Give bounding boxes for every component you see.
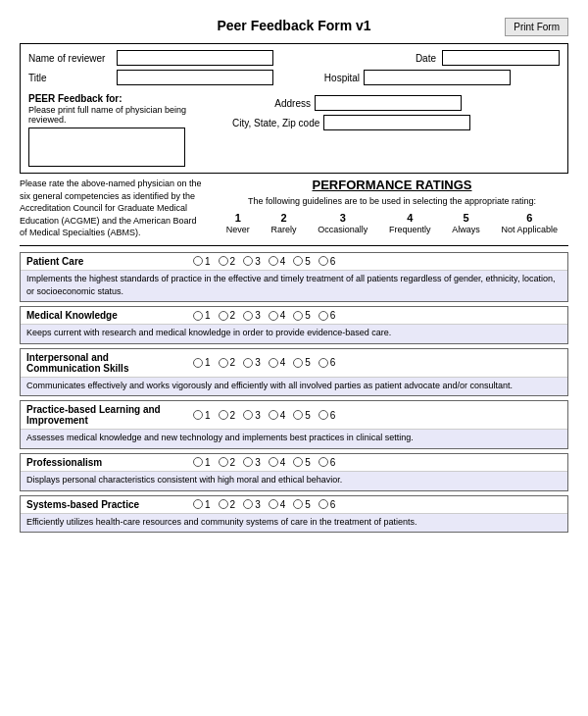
- date-input[interactable]: [442, 50, 560, 66]
- radio-item-2-2[interactable]: 3: [243, 357, 261, 368]
- ratings-scale: 1Never2Rarely3Occasionally4Frequently5Al…: [216, 212, 568, 234]
- radio-circle-5-0: [193, 499, 203, 509]
- radio-label-5-0: 1: [205, 499, 211, 510]
- scale-label-1: Never: [226, 225, 250, 234]
- reviewer-label: Name of reviewer: [28, 53, 117, 64]
- radio-item-2-3[interactable]: 4: [269, 357, 286, 368]
- peer-input[interactable]: [28, 128, 185, 167]
- radio-circle-1-3: [269, 311, 278, 321]
- page-container: Peer Feedback Form v1 Print Form Name of…: [20, 18, 568, 533]
- radio-circle-0-0: [193, 256, 203, 266]
- radio-circle-5-1: [219, 499, 228, 509]
- radio-circle-3-4: [293, 410, 303, 420]
- radio-item-3-1[interactable]: 2: [219, 410, 236, 421]
- hospital-input[interactable]: [364, 70, 511, 85]
- category-name-5: Systems-based Practice: [26, 499, 183, 510]
- radio-item-0-3[interactable]: 4: [269, 256, 286, 267]
- radio-label-1-3: 4: [280, 310, 286, 321]
- print-button[interactable]: Print Form: [505, 18, 568, 36]
- radio-item-0-0[interactable]: 1: [193, 256, 211, 267]
- radio-circle-5-5: [318, 499, 328, 509]
- radio-item-3-3[interactable]: 4: [269, 410, 286, 421]
- radio-item-0-1[interactable]: 2: [219, 256, 236, 267]
- radio-circle-5-4: [293, 499, 303, 509]
- radio-item-5-4[interactable]: 5: [293, 499, 311, 510]
- radio-label-1-0: 1: [205, 310, 211, 321]
- radio-circle-2-0: [193, 358, 203, 368]
- radio-item-2-5[interactable]: 6: [318, 357, 336, 368]
- radio-item-4-0[interactable]: 1: [193, 457, 211, 468]
- radio-circle-0-5: [318, 256, 328, 266]
- radio-circle-0-1: [219, 256, 228, 266]
- city-label: City, State, Zip code: [232, 118, 319, 128]
- scale-label-3: Occasionally: [318, 225, 368, 234]
- radio-item-1-3[interactable]: 4: [269, 310, 286, 321]
- page-title: Peer Feedback Form v1: [217, 18, 370, 33]
- category-desc-1: Keeps current with research and medical …: [21, 324, 567, 343]
- ratings-left-description: Please rate the above-named physician on…: [20, 178, 206, 239]
- title-row: Title: [28, 70, 273, 85]
- radio-label-5-4: 5: [305, 499, 311, 510]
- radio-group-4: 123456: [193, 457, 335, 468]
- radio-item-4-2[interactable]: 3: [243, 457, 261, 468]
- radio-label-5-5: 6: [330, 499, 336, 510]
- radio-circle-2-2: [243, 358, 253, 368]
- radio-item-5-2[interactable]: 3: [243, 499, 261, 510]
- scale-num-5: 5: [464, 212, 469, 224]
- address-input[interactable]: [315, 95, 462, 111]
- radio-label-0-5: 6: [330, 256, 336, 267]
- category-desc-4: Displays personal characteristics consis…: [21, 471, 567, 490]
- scale-num-3: 3: [340, 212, 346, 224]
- radio-item-4-5[interactable]: 6: [318, 457, 336, 468]
- category-name-1: Medical Knowledge: [26, 310, 183, 321]
- city-input[interactable]: [323, 115, 470, 130]
- radio-label-3-5: 6: [330, 410, 336, 421]
- reviewer-input[interactable]: [117, 50, 273, 66]
- radio-item-3-2[interactable]: 3: [243, 410, 261, 421]
- date-label: Date: [416, 53, 436, 64]
- radio-label-3-3: 4: [280, 410, 286, 421]
- scale-label-2: Rarely: [271, 225, 297, 234]
- radio-item-0-5[interactable]: 6: [318, 256, 336, 267]
- radio-item-4-4[interactable]: 5: [293, 457, 311, 468]
- radio-label-5-1: 2: [230, 499, 236, 510]
- title-input[interactable]: [117, 70, 273, 85]
- radio-item-2-1[interactable]: 2: [219, 357, 236, 368]
- category-block-2: Interpersonal and Communication Skills12…: [20, 348, 568, 397]
- radio-group-2: 123456: [193, 357, 335, 368]
- radio-circle-5-3: [269, 499, 278, 509]
- radio-label-2-4: 5: [305, 357, 311, 368]
- radio-item-3-5[interactable]: 6: [318, 410, 336, 421]
- scale-item-3: 3Occasionally: [318, 212, 368, 234]
- radio-item-3-4[interactable]: 5: [293, 410, 311, 421]
- radio-item-1-0[interactable]: 1: [193, 310, 211, 321]
- radio-label-1-4: 5: [305, 310, 311, 321]
- category-header-4: Professionalism123456: [21, 454, 567, 471]
- radio-item-3-0[interactable]: 1: [193, 410, 211, 421]
- radio-item-0-4[interactable]: 5: [293, 256, 311, 267]
- ratings-section: Please rate the above-named physician on…: [20, 178, 568, 246]
- radio-label-0-0: 1: [205, 256, 211, 267]
- radio-circle-3-1: [219, 410, 228, 420]
- radio-item-4-3[interactable]: 4: [269, 457, 286, 468]
- radio-item-2-4[interactable]: 5: [293, 357, 311, 368]
- radio-item-5-1[interactable]: 2: [219, 499, 236, 510]
- radio-item-1-5[interactable]: 6: [318, 310, 336, 321]
- radio-label-0-2: 3: [255, 256, 261, 267]
- radio-item-5-0[interactable]: 1: [193, 499, 211, 510]
- title-label: Title: [28, 73, 117, 83]
- radio-item-5-5[interactable]: 6: [318, 499, 336, 510]
- radio-item-1-2[interactable]: 3: [243, 310, 261, 321]
- radio-item-2-0[interactable]: 1: [193, 357, 211, 368]
- radio-label-2-0: 1: [205, 357, 211, 368]
- radio-label-4-3: 4: [280, 457, 286, 468]
- radio-circle-4-3: [269, 457, 278, 467]
- radio-label-1-1: 2: [230, 310, 236, 321]
- radio-item-1-4[interactable]: 5: [293, 310, 311, 321]
- radio-item-0-2[interactable]: 3: [243, 256, 261, 267]
- radio-item-5-3[interactable]: 4: [269, 499, 286, 510]
- radio-circle-2-1: [219, 358, 228, 368]
- radio-item-1-1[interactable]: 2: [219, 310, 236, 321]
- radio-item-4-1[interactable]: 2: [219, 457, 236, 468]
- scale-num-4: 4: [407, 212, 413, 224]
